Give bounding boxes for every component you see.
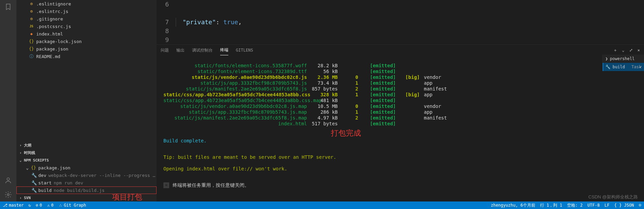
json-icon: {}	[29, 39, 34, 44]
npm-script-start[interactable]: 🔧startnpm run dev	[16, 179, 157, 186]
bookmark-icon[interactable]	[4, 3, 12, 11]
explorer-sidebar: ⚙.eslintignore ⚙.eslintrc.js ⚙.gitignore…	[16, 0, 157, 201]
file-tree: ⚙.eslintignore ⚙.eslintrc.js ⚙.gitignore…	[16, 0, 157, 141]
file-eslintrc[interactable]: ⚙.eslintrc.js	[16, 8, 157, 15]
activity-bar	[0, 0, 16, 201]
svg-point-1	[7, 194, 9, 196]
editor-pane: 6 7 8 9 "private": true, ▷ Debug "script…	[157, 0, 644, 201]
status-encoding[interactable]: UTF-8	[587, 203, 600, 208]
sync-icon: ↻	[28, 203, 31, 208]
account-icon[interactable]	[4, 176, 12, 184]
annotation-left: 项目打包	[112, 192, 142, 201]
chevron-right-icon: ›	[18, 196, 23, 200]
wrench-icon: 🔧	[31, 173, 37, 178]
status-sync[interactable]: ↻	[28, 203, 31, 208]
tab-debug-console[interactable]: 调试控制台	[192, 45, 213, 55]
status-branch[interactable]: ⎇master	[3, 203, 24, 208]
terminal-body[interactable]: static/fonts/element-icons.535877f.woff2…	[157, 56, 644, 201]
json-icon: {}	[31, 165, 36, 170]
wrench-icon: 🔧	[31, 188, 37, 193]
tab-gitlens[interactable]: GITLENS	[236, 46, 253, 55]
script-cmd: npm run dev	[54, 180, 83, 185]
terminal-output-row: static/js/app.3332fbcf98c8709b5743.js73.…	[163, 80, 637, 86]
script-name: dev	[38, 173, 46, 178]
annotation-right: 打包完成	[331, 130, 361, 136]
terminal-footer: ※终端将被任务重用，按任意键关闭。	[163, 182, 637, 188]
status-spaces[interactable]: 空格: 2	[567, 203, 583, 208]
npm-scripts-header[interactable]: ⌄NPM SCRIPTS	[16, 156, 157, 164]
status-git-graph[interactable]: ⛬Git Graph	[58, 203, 86, 208]
chevron-down-icon: ⌄	[18, 158, 23, 163]
svn-label: SVN	[24, 196, 31, 200]
terminal-suffix: Task	[631, 65, 641, 69]
script-cmd: node build/build.js	[54, 188, 105, 193]
warning-icon: ⚠	[47, 203, 50, 208]
file-label: .postcssrc.js	[36, 24, 71, 29]
settings-icon[interactable]	[4, 191, 12, 199]
tab-problems[interactable]: 问题	[161, 45, 169, 55]
file-package[interactable]: {}package.json	[16, 45, 157, 53]
status-eol[interactable]: LF	[605, 203, 609, 208]
maximize-icon[interactable]: ⤢	[629, 48, 633, 53]
bottom-panel: 问题 输出 调试控制台 终端 GITLENS ＋ ⌄ ⤢ ✕ static/fo…	[157, 44, 644, 201]
wrench-icon: 🔧	[31, 180, 37, 185]
chevron-right-icon: ›	[18, 151, 23, 155]
terminal-build[interactable]: 🔧build Task	[603, 63, 644, 71]
tab-output[interactable]: 输出	[176, 45, 185, 55]
terminal-powershell[interactable]: ❯powershell	[603, 55, 644, 63]
build-complete-msg: Build complete.	[163, 138, 637, 144]
chevron-right-icon: ›	[18, 143, 23, 148]
file-package-lock[interactable]: {}package-lock.json	[16, 38, 157, 45]
terminal-output-row: static/js/vendor.a0ae90d23d9b6bdc02c8.js…	[163, 74, 637, 80]
timeline-header[interactable]: ›时间线	[16, 149, 157, 156]
status-lang[interactable]: { } JSON	[614, 203, 634, 208]
close-panel-icon[interactable]: ✕	[638, 48, 640, 53]
npm-package-row[interactable]: ⌄{}package.json	[16, 164, 157, 171]
dropdown-icon[interactable]: ⌄	[622, 48, 625, 53]
timeline-label: 时间线	[24, 150, 35, 155]
npm-scripts-label: NPM SCRIPTS	[24, 158, 49, 163]
file-label: README.md	[36, 54, 60, 59]
script-cmd: webpack-dev-server --inline --progress -…	[48, 173, 157, 178]
file-label: package-lock.json	[36, 39, 82, 44]
file-readme[interactable]: ⓘREADME.md	[16, 53, 157, 60]
new-terminal-icon[interactable]: ＋	[613, 47, 617, 53]
status-blame[interactable]: zhengyuzhu, 6个月前	[491, 203, 535, 208]
terminal-output-row: static/fonts/element-icons.732389d.ttf56…	[163, 69, 637, 74]
file-label: .eslintignore	[36, 1, 71, 6]
status-line-col[interactable]: 行 1，列 1	[540, 203, 562, 208]
terminal-output-row: static/js/vendor.a0ae90d23d9b6bdc02c8.js…	[163, 103, 637, 109]
build-tip2: Opening index.html over file:// won't wo…	[163, 166, 637, 172]
file-eslintignore[interactable]: ⚙.eslintignore	[16, 0, 157, 8]
status-errors[interactable]: ⊘0 ⚠0	[36, 203, 54, 208]
status-feedback[interactable]: ☺	[639, 203, 641, 208]
build-tip1: Tip: built files are meant to be served …	[163, 154, 637, 160]
graph-icon: ⛬	[58, 203, 63, 208]
svg-point-0	[7, 178, 9, 180]
terminal-output-row: index.html517 bytes[emitted]	[163, 121, 637, 127]
tab-terminal[interactable]: 终端	[220, 45, 228, 55]
code-content: "private": true, ▷ Debug "scripts": { "d…	[176, 0, 644, 44]
file-gitignore[interactable]: ⚙.gitignore	[16, 15, 157, 23]
npm-script-dev[interactable]: 🔧devwebpack-dev-server --inline --progre…	[16, 171, 157, 179]
script-name: build	[38, 188, 52, 193]
line-gutter: 6 7 8 9	[157, 0, 176, 44]
wrench-icon: 🔧	[605, 65, 611, 69]
terminal-output-row: static/js/manifest.2ae2e69a05c33dfc65f8.…	[163, 115, 637, 121]
terminal-list: ❯powershell 🔧build Task	[602, 55, 644, 71]
file-postcssrc[interactable]: JS.postcssrc.js	[16, 23, 157, 30]
outline-header[interactable]: ›大纲	[16, 141, 157, 149]
error-icon: ⊘	[36, 203, 38, 208]
file-indexhtml[interactable]: ◆index.html	[16, 30, 157, 38]
gear-icon: ⚙	[29, 9, 34, 14]
json-icon: {}	[29, 46, 34, 52]
code-editor[interactable]: 6 7 8 9 "private": true, ▷ Debug "script…	[157, 0, 644, 44]
info-icon: ⓘ	[29, 54, 34, 59]
script-name: start	[38, 180, 52, 185]
status-bar: ⎇master ↻ ⊘0 ⚠0 ⛬Git Graph zhengyuzhu, 6…	[0, 201, 644, 209]
shell-icon: ❯	[605, 56, 608, 61]
terminal-output-row: static/js/app.3332fbcf98c8709b5743.js.ma…	[163, 109, 637, 115]
branch-icon: ⎇	[3, 203, 8, 208]
gear-icon: ⚙	[29, 16, 34, 22]
file-label: index.html	[36, 31, 63, 37]
